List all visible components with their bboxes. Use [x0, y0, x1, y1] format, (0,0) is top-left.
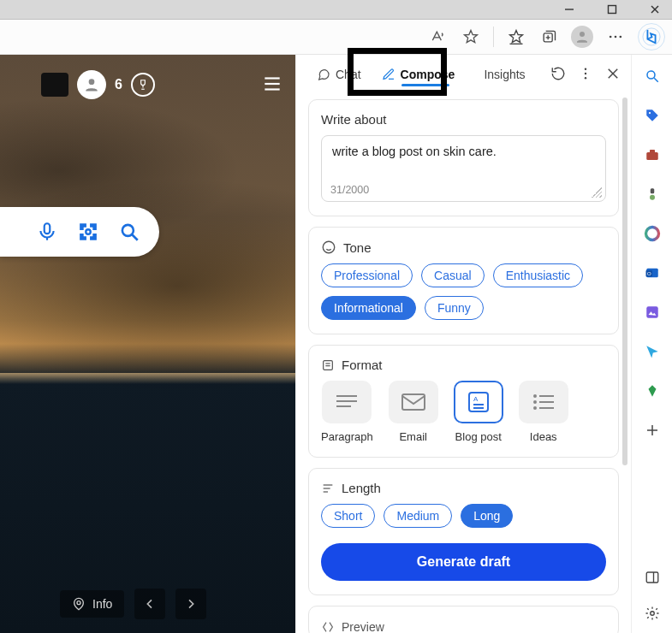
tone-enthusiastic[interactable]: Enthusiastic [493, 263, 583, 287]
rewards-badge-icon[interactable] [131, 73, 155, 97]
tone-professional[interactable]: Professional [321, 263, 413, 287]
format-paragraph[interactable]: Paragraph [321, 381, 373, 443]
preview-icon [321, 620, 335, 633]
tab-compose-label: Compose [401, 68, 455, 81]
format-blog-post[interactable]: A Blog post [454, 381, 503, 443]
page-logo [41, 73, 68, 97]
svg-point-55 [645, 228, 658, 240]
tone-informational[interactable]: Informational [321, 296, 416, 320]
svg-point-8 [580, 32, 585, 37]
svg-point-18 [86, 229, 90, 234]
user-avatar[interactable] [77, 70, 106, 99]
search-box[interactable] [0, 207, 159, 257]
svg-point-11 [620, 36, 622, 38]
svg-point-13 [89, 79, 95, 85]
svg-rect-17 [45, 223, 51, 234]
read-aloud-icon[interactable] [428, 27, 449, 47]
tone-casual[interactable]: Casual [421, 263, 485, 287]
svg-rect-62 [646, 572, 658, 583]
format-ideas-label: Ideas [530, 430, 557, 443]
length-icon [321, 482, 335, 495]
rail-image-creator-icon[interactable] [643, 303, 662, 322]
write-about-label: Write about [321, 112, 606, 127]
textarea-resize-handle[interactable] [592, 187, 602, 198]
compose-prompt-input[interactable]: write a blog post on skin care. 31/2000 [321, 135, 606, 202]
length-card: Length Short Medium Long Generate draft [308, 468, 619, 595]
rail-add-icon[interactable] [643, 421, 662, 440]
more-menu-icon[interactable] [605, 27, 626, 47]
rail-shopping-tag-icon[interactable] [643, 106, 662, 125]
tab-insights-label: Insights [484, 68, 525, 81]
format-ideas[interactable]: Ideas [519, 381, 568, 443]
new-tab-background: 6 Info [0, 55, 295, 633]
format-email[interactable]: Email [389, 381, 438, 443]
rail-efficiency-icon[interactable] [643, 382, 662, 400]
compose-prompt-text: write a blog post on skin care. [332, 145, 497, 158]
compose-char-count: 31/2000 [330, 184, 369, 196]
preview-card: Preview [308, 606, 619, 633]
write-about-card: Write about write a blog post on skin ca… [308, 99, 619, 216]
tone-funny[interactable]: Funny [425, 296, 484, 320]
svg-point-64 [650, 612, 654, 616]
edge-right-rail: O [631, 55, 672, 633]
tone-label: Tone [343, 240, 372, 255]
svg-rect-59 [646, 306, 658, 318]
generate-draft-button[interactable]: Generate draft [321, 543, 606, 581]
prev-background-button[interactable] [134, 589, 165, 619]
svg-point-41 [534, 401, 536, 403]
image-search-icon[interactable] [77, 221, 99, 243]
window-close-button[interactable] [643, 2, 667, 17]
length-label: Length [342, 481, 381, 495]
chat-icon [317, 68, 330, 81]
rail-search-icon[interactable] [643, 67, 662, 86]
preview-label: Preview [342, 620, 384, 633]
rail-drop-icon[interactable] [643, 342, 662, 361]
rail-toolbox-icon[interactable] [643, 145, 662, 164]
window-minimize-button[interactable] [557, 2, 581, 17]
svg-point-10 [615, 36, 617, 38]
bing-sidebar-button[interactable] [638, 23, 665, 50]
sidebar-more-icon[interactable] [578, 66, 593, 84]
format-card: Format Paragraph Email A Blog post [308, 345, 619, 458]
favorites-list-icon[interactable] [506, 27, 526, 47]
svg-rect-51 [646, 152, 658, 160]
voice-search-icon[interactable] [36, 221, 58, 243]
tab-compose[interactable]: Compose [372, 59, 466, 90]
next-background-button[interactable] [175, 589, 206, 619]
close-sidebar-icon[interactable] [605, 66, 621, 84]
window-titlebar [0, 0, 672, 19]
length-short[interactable]: Short [321, 504, 375, 528]
svg-marker-4 [465, 31, 478, 43]
sidebar-scrollbar[interactable] [622, 98, 627, 465]
length-long[interactable]: Long [461, 504, 513, 528]
svg-point-9 [610, 36, 612, 38]
profile-avatar[interactable] [571, 26, 593, 48]
tab-chat[interactable]: Chat [306, 59, 372, 90]
discover-sidebar: Chat Compose Insights [295, 55, 631, 633]
svg-point-43 [534, 407, 536, 409]
window-maximize-button[interactable] [600, 2, 624, 17]
tab-insights[interactable]: Insights [465, 59, 535, 90]
format-paragraph-label: Paragraph [321, 430, 373, 443]
collections-icon[interactable] [538, 27, 559, 47]
svg-point-48 [647, 71, 655, 79]
favorite-star-icon[interactable] [461, 27, 481, 47]
rail-settings-icon[interactable] [643, 604, 662, 623]
rail-games-icon[interactable] [643, 185, 662, 204]
location-split-icon[interactable] [643, 568, 662, 587]
svg-point-21 [77, 601, 80, 605]
svg-text:O: O [647, 271, 651, 276]
refresh-icon[interactable] [550, 66, 566, 84]
tab-chat-label: Chat [336, 68, 361, 81]
rail-outlook-icon[interactable]: O [643, 263, 662, 282]
svg-text:A: A [473, 395, 479, 403]
rail-m365-icon[interactable] [643, 224, 662, 243]
tone-card: Tone Professional Casual Enthusiastic In… [308, 227, 619, 334]
length-medium[interactable]: Medium [384, 504, 452, 528]
page-settings-menu-icon[interactable] [261, 73, 283, 98]
background-info-button[interactable]: Info [60, 590, 124, 618]
svg-line-20 [132, 234, 138, 240]
search-icon[interactable] [118, 221, 140, 243]
rewards-score: 6 [115, 77, 122, 92]
format-blog-label: Blog post [455, 430, 502, 443]
